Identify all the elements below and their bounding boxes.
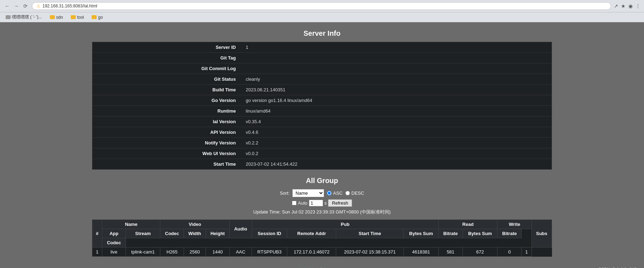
lal-github-link[interactable]: lal github <box>301 267 319 268</box>
th-subs: Subs <box>531 220 552 247</box>
refresh-button[interactable]: Refresh <box>328 199 352 207</box>
server-info-row: Git Tag <box>92 53 552 63</box>
radio-asc-group: ASC <box>327 190 343 196</box>
th-audio-codec: Codec <box>102 238 126 247</box>
radio-desc[interactable] <box>345 191 350 195</box>
th-sub-height: Height <box>206 229 229 238</box>
url-text: 192.168.31.165:8083/lal.html <box>42 4 97 8</box>
server-info-value: 2023.06.21.140351 <box>241 85 552 95</box>
update-time: Update Time: Sun Jul 02 2023 23:39:33 GM… <box>7 209 637 215</box>
table-row: 1livetplink-cam1H26525601440AACRTSPPUB31… <box>92 247 552 257</box>
menu-icon[interactable]: ⋮ <box>636 3 640 9</box>
asc-label: ASC <box>333 190 343 196</box>
server-info-value: go version go1.16.4 linux/amd64 <box>241 95 552 106</box>
browser-chrome: ← → ⟳ ⚠ 192.168.31.165:8083/lal.html ↗ ★… <box>0 0 644 12</box>
table-cell: 0 <box>498 247 522 257</box>
browser-actions: ↗ ★ ◉ ⋮ <box>614 3 640 9</box>
address-bar[interactable]: ⚠ 192.168.31.165:8083/lal.html <box>32 2 611 10</box>
bookmark-icon[interactable]: ★ <box>621 3 626 9</box>
bookmarks-bar: 嘿嘿嘿嘿 ( '- ')... sdn tool go <box>0 12 644 22</box>
th-sub-session-id: Session ID <box>252 229 287 238</box>
server-info-value: v0.4.6 <box>241 127 552 138</box>
back-button[interactable]: ← <box>4 2 11 10</box>
table-cell: tplink-cam1 <box>126 247 160 257</box>
server-info-value: cleanly <box>241 74 552 85</box>
table-cell: 581 <box>438 247 462 257</box>
server-info-label: Git Tag <box>92 53 241 63</box>
server-info-value: v0.2.2 <box>241 138 552 148</box>
server-info-row: Web UI Versionv0.0.2 <box>92 148 552 159</box>
table-cell: live <box>102 247 126 257</box>
footer-credit: CSDN @水中加点糖 <box>598 267 637 268</box>
server-info-row: Go Versiongo version go1.16.4 linux/amd6… <box>92 95 552 106</box>
bookmark-label-0: 嘿嘿嘿嘿 ( '- ')... <box>12 14 42 20</box>
server-info-row: Git Statuscleanly <box>92 74 552 85</box>
share-icon[interactable]: ↗ <box>614 3 618 9</box>
desc-label: DESC <box>351 190 364 196</box>
bookmark-item-2[interactable]: tool <box>69 14 86 21</box>
radio-asc[interactable] <box>327 191 332 195</box>
warning-icon: ⚠ <box>36 4 40 8</box>
auto-refresh-controls: Auto s Refresh <box>7 199 637 207</box>
all-group-section: All Group Sort: Name App Stream Start Ti… <box>7 177 637 215</box>
refresh-interval-input[interactable] <box>309 200 323 206</box>
unit-label: s <box>324 200 327 206</box>
folder-icon-1 <box>50 15 55 19</box>
server-info-label: Notify Version <box>92 138 241 148</box>
th-sub-start-time: Start Time <box>336 229 404 238</box>
folder-icon-3 <box>92 15 97 19</box>
table-cell: AAC <box>230 247 252 257</box>
table-cell: 2023-07-02 15:38:15.371 <box>336 247 404 257</box>
server-info-table: Server ID1Git TagGit Commit LogGit Statu… <box>92 42 552 170</box>
server-info-label: lal Version <box>92 116 241 127</box>
table-cell: 1440 <box>206 247 229 257</box>
bookmark-item-0[interactable]: 嘿嘿嘿嘿 ( '- ')... <box>4 13 44 21</box>
server-info-label: API Version <box>92 127 241 138</box>
server-info-row: lal Versionv0.35.4 <box>92 116 552 127</box>
server-info-label: Runtime <box>92 106 241 116</box>
document-link[interactable]: document <box>323 267 343 268</box>
page-content: Server Info Server ID1Git TagGit Commit … <box>0 22 644 264</box>
radio-desc-group: DESC <box>345 190 364 196</box>
server-info-label: Go Version <box>92 95 241 106</box>
extensions-icon[interactable]: ◉ <box>628 3 633 9</box>
group-table: #NameVideoAudioPubReadWriteSubsAppStream… <box>92 219 552 257</box>
nav-buttons: ← → ⟳ <box>4 2 29 10</box>
all-group-title: All Group <box>7 177 637 185</box>
table-cell: H265 <box>160 247 184 257</box>
th-sub-codec: Codec <box>160 229 184 238</box>
bookmark-item-1[interactable]: sdn <box>48 14 65 21</box>
server-info-row: Start Time2023-07-02 14:41:54.422 <box>92 159 552 170</box>
th-write: Write <box>498 220 531 229</box>
th-sub-app: App <box>102 229 126 238</box>
server-info-value <box>241 53 552 63</box>
bookmark-label-2: tool <box>77 15 84 20</box>
th-#: # <box>92 220 102 247</box>
server-info-label: Web UI Version <box>92 148 241 159</box>
auto-refresh-checkbox[interactable] <box>292 201 297 205</box>
server-info-label: Server ID <box>92 42 241 53</box>
th-sub-bitrate: Bitrate <box>438 229 462 238</box>
sort-select[interactable]: Name App Stream Start Time <box>292 189 324 197</box>
footer-separator: | <box>321 267 322 268</box>
table-cell: 172.17.0.1:46072 <box>287 247 336 257</box>
th-sub-width: Width <box>184 229 206 238</box>
bookmark-item-3[interactable]: go <box>90 14 105 21</box>
auto-label: Auto <box>298 200 307 206</box>
server-info-row: Runtimelinux/amd64 <box>92 106 552 116</box>
th-read: Read <box>438 220 498 229</box>
server-info-value: 2023-07-02 14:41:54.422 <box>241 159 552 170</box>
forward-button[interactable]: → <box>13 2 20 10</box>
th-sub-stream: Stream <box>126 229 160 238</box>
folder-icon-0 <box>6 15 11 19</box>
server-info-title: Server Info <box>7 29 637 38</box>
server-info-row: API Versionv0.4.6 <box>92 127 552 138</box>
server-info-row: Build Time2023.06.21.140351 <box>92 85 552 95</box>
sort-label: Sort: <box>280 190 289 196</box>
table-cell: 2560 <box>184 247 206 257</box>
th-name: Name <box>102 220 160 229</box>
reload-button[interactable]: ⟳ <box>22 2 29 10</box>
table-cell: 1 <box>92 247 102 257</box>
page-footer: lal github | document CSDN @水中加点糖 <box>0 264 644 268</box>
th-video: Video <box>160 220 230 229</box>
